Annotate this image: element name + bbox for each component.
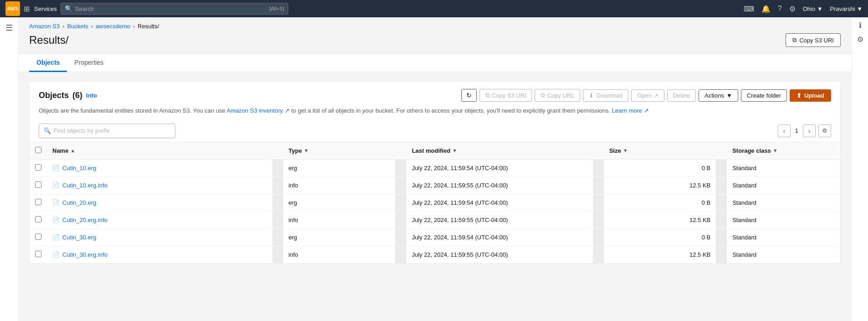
settings-icon[interactable]: ⚙ (789, 5, 796, 13)
file-storage-0: Standard (727, 159, 840, 176)
table-row: 📄 Cutin_10.erg erg July 22, 2024, 11:59:… (30, 159, 840, 176)
upload-button[interactable]: ⬆ Upload (790, 89, 831, 102)
breadcrumb-sep-1: › (62, 23, 64, 30)
bell-icon[interactable]: 🔔 (761, 5, 771, 13)
refresh-button[interactable]: ↻ (461, 89, 477, 102)
table-row: 📄 Cutin_20.erg.info info July 22, 2024, … (30, 211, 840, 228)
grid-icon[interactable]: ⊞ (24, 5, 30, 13)
file-type-3: info (283, 211, 396, 228)
aws-logo: AWS (5, 1, 20, 16)
search-icon: 🔍 (65, 5, 72, 12)
row-checkbox-2[interactable] (35, 199, 41, 205)
search-bar: 🔍 [Alt+S] (61, 3, 288, 15)
page-header: Results/ ⧉ Copy S3 URI (18, 30, 852, 54)
file-link-5[interactable]: Cutin_30.erg.info (62, 251, 107, 258)
user-menu[interactable]: Pravarshi ▼ (830, 5, 863, 12)
upload-icon: ⬆ (797, 92, 802, 99)
breadcrumb-s3[interactable]: Amazon S3 (29, 23, 60, 30)
breadcrumb-sep-3: › (133, 23, 135, 30)
th-name-label: Name (52, 147, 68, 154)
top-navigation: AWS ⊞ Services 🔍 [Alt+S] ⌨ 🔔 ? ⚙ Ohio ▼ … (0, 0, 868, 17)
info-text-2: to get a list of all objects in your buc… (291, 107, 612, 114)
actions-button[interactable]: Actions ▼ (699, 89, 738, 102)
th-name[interactable]: Name ▲ (47, 142, 272, 159)
search-input[interactable] (75, 5, 266, 12)
sort-modified-icon: ▼ (452, 148, 457, 153)
tab-properties[interactable]: Properties (67, 54, 111, 72)
file-link-2[interactable]: Cutin_20.erg (62, 199, 96, 206)
th-modified[interactable]: Last modified ▼ (406, 142, 592, 159)
sort-storage-icon: ▼ (773, 148, 778, 153)
delete-label: Delete (673, 92, 690, 99)
objects-label: Objects (39, 91, 69, 100)
copy-s3-uri-button[interactable]: ⧉ Copy S3 URI (786, 33, 841, 47)
help-icon[interactable]: ? (778, 5, 782, 13)
tab-objects[interactable]: Objects (29, 54, 67, 72)
th-type[interactable]: Type ▼ (283, 142, 396, 159)
file-icon-1: 📄 (52, 182, 60, 189)
prefix-search: 🔍 (39, 124, 175, 138)
services-button[interactable]: Services (34, 5, 57, 12)
delete-button[interactable]: Delete (667, 89, 696, 102)
info-text: Objects are the fundamental entities sto… (30, 106, 840, 120)
file-modified-2: July 22, 2024, 11:59:54 (UTC-04:00) (406, 194, 592, 211)
file-link-1[interactable]: Cutin_10.erg.info (62, 182, 107, 189)
file-modified-3: July 22, 2024, 11:59:55 (UTC-04:00) (406, 211, 592, 228)
file-modified-4: July 22, 2024, 11:59:54 (UTC-04:00) (406, 228, 592, 246)
copy-url-label: Copy URL (547, 92, 574, 99)
row-checkbox-5[interactable] (35, 251, 41, 257)
file-type-0: erg (283, 159, 396, 176)
breadcrumb-buckets[interactable]: Buckets (67, 23, 88, 30)
th-storage[interactable]: Storage class ▼ (727, 142, 840, 159)
file-storage-5: Standard (727, 246, 840, 263)
row-checkbox-1[interactable] (35, 181, 41, 188)
open-button[interactable]: Open ↗ (631, 89, 664, 102)
th-size-label: Size (609, 147, 621, 154)
prefix-search-icon: 🔍 (44, 127, 51, 134)
main-content: Amazon S3 › Buckets › awsecsdemo › Resul… (18, 17, 852, 321)
file-type-1: info (283, 176, 396, 194)
nav-icons: ⌨ 🔔 ? ⚙ Ohio ▼ Pravarshi ▼ (744, 5, 863, 13)
prefix-search-input[interactable] (54, 127, 170, 134)
info-link[interactable]: Info (86, 92, 97, 99)
th-type-label: Type (289, 147, 302, 154)
th-select-all (30, 142, 47, 159)
copy-url-icon: ⧉ (541, 92, 545, 99)
file-type-2: erg (283, 194, 396, 211)
prev-page-button[interactable]: ‹ (778, 124, 791, 137)
learn-more-link[interactable]: Learn more ↗ (612, 107, 649, 114)
breadcrumb: Amazon S3 › Buckets › awsecsdemo › Resul… (18, 17, 852, 30)
file-modified-1: July 22, 2024, 11:59:55 (UTC-04:00) (406, 176, 592, 194)
hamburger-icon[interactable]: ☰ (5, 23, 13, 33)
file-icon-2: 📄 (52, 199, 60, 206)
row-checkbox-4[interactable] (35, 233, 41, 240)
table-settings-button[interactable]: ⚙ (818, 124, 831, 137)
region-selector[interactable]: Ohio ▼ (803, 5, 823, 12)
info-circle-icon[interactable]: ℹ (859, 21, 862, 30)
next-page-button[interactable]: › (803, 124, 816, 137)
inventory-link[interactable]: Amazon S3 inventory ↗ (227, 107, 290, 114)
th-size[interactable]: Size ▼ (604, 142, 716, 159)
download-button[interactable]: ⬇ Download (583, 89, 628, 102)
create-folder-button[interactable]: Create folder (741, 89, 787, 102)
terminal-icon[interactable]: ⌨ (744, 5, 754, 13)
sort-size-icon: ▼ (623, 148, 628, 153)
file-link-0[interactable]: Cutin_10.erg (62, 165, 96, 171)
row-checkbox-0[interactable] (35, 164, 41, 171)
select-all-checkbox[interactable] (35, 147, 41, 153)
page-title: Results/ (29, 34, 69, 47)
row-checkbox-3[interactable] (35, 216, 41, 223)
file-icon-5: 📄 (52, 251, 60, 258)
file-storage-3: Standard (727, 211, 840, 228)
sort-name-icon: ▲ (70, 148, 75, 153)
breadcrumb-bucket-name[interactable]: awsecsdemo (96, 23, 130, 30)
copy-s3-uri-toolbar-button[interactable]: ⧉ Copy S3 URI (480, 89, 532, 102)
file-storage-1: Standard (727, 176, 840, 194)
file-link-4[interactable]: Cutin_30.erg (62, 234, 96, 241)
file-link-3[interactable]: Cutin_20.erg.info (62, 217, 107, 223)
file-size-5: 12.5 KB (604, 246, 716, 263)
file-size-1: 12.5 KB (604, 176, 716, 194)
file-size-3: 12.5 KB (604, 211, 716, 228)
settings-right-icon[interactable]: ⚙ (857, 35, 863, 44)
copy-url-button[interactable]: ⧉ Copy URL (535, 89, 580, 102)
